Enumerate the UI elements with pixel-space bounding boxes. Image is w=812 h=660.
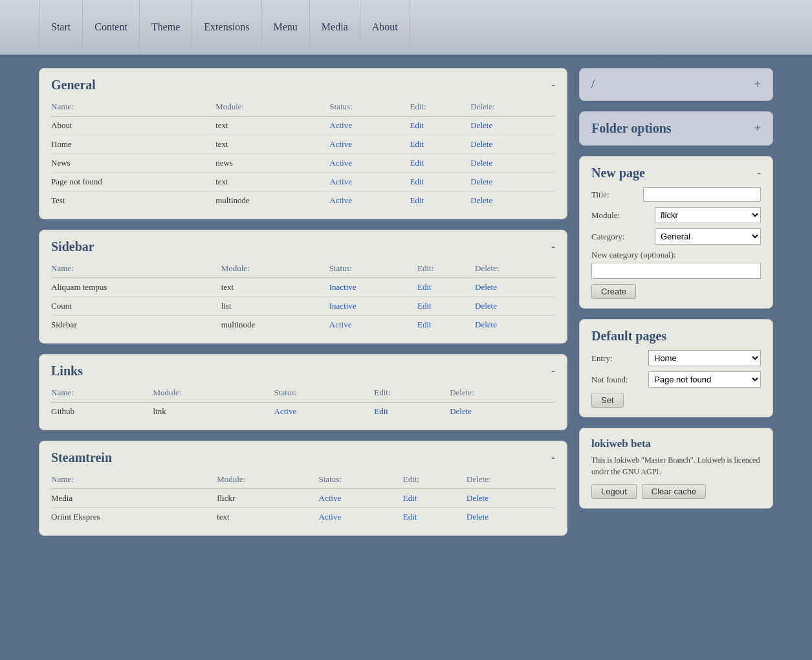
edit-link[interactable]: Edit xyxy=(403,512,417,522)
nav-extensions[interactable]: Extensions xyxy=(192,0,261,54)
beta-title: lokiweb beta xyxy=(591,437,761,450)
row-edit[interactable]: Edit xyxy=(417,316,475,335)
row-delete[interactable]: Delete xyxy=(475,278,555,297)
row-edit[interactable]: Edit xyxy=(410,154,470,173)
sidebar-table: Name: Module: Status: Edit: Delete: Aliq… xyxy=(51,261,555,334)
delete-link[interactable]: Delete xyxy=(470,195,492,205)
clear-cache-button[interactable]: Clear cache xyxy=(642,484,706,499)
new-page-toggle[interactable]: - xyxy=(757,166,761,180)
entry-row: Entry: Home About News Page not found Te… xyxy=(591,350,761,366)
nav-content[interactable]: Content xyxy=(83,0,140,54)
row-status: Active xyxy=(274,402,375,421)
row-delete[interactable]: Delete xyxy=(470,192,555,210)
title-label: Title: xyxy=(591,190,638,200)
not-found-label: Not found: xyxy=(591,375,643,385)
row-edit[interactable]: Edit xyxy=(417,278,475,297)
row-status: Inactive xyxy=(329,278,417,297)
delete-link[interactable]: Delete xyxy=(450,406,472,416)
folder-options-toggle[interactable]: + xyxy=(754,122,761,135)
delete-link[interactable]: Delete xyxy=(475,320,497,329)
steamtrein-col-status: Status: xyxy=(319,472,403,489)
edit-link[interactable]: Edit xyxy=(410,177,424,186)
row-name: Home xyxy=(51,135,215,154)
create-button[interactable]: Create xyxy=(591,284,636,299)
title-row: Title: xyxy=(591,187,761,202)
delete-link[interactable]: Delete xyxy=(470,139,492,149)
row-status: Active xyxy=(329,135,410,154)
links-col-module: Module: xyxy=(153,385,274,402)
links-table: Name: Module: Status: Edit: Delete: Gith… xyxy=(51,385,555,421)
edit-link[interactable]: Edit xyxy=(403,493,417,503)
edit-link[interactable]: Edit xyxy=(374,406,388,416)
row-status: Inactive xyxy=(329,297,417,316)
module-select[interactable]: flickr text news link list multinode xyxy=(655,207,761,223)
logout-button[interactable]: Logout xyxy=(591,484,637,499)
row-delete[interactable]: Delete xyxy=(470,154,555,173)
delete-link[interactable]: Delete xyxy=(466,512,488,522)
edit-link[interactable]: Edit xyxy=(410,120,424,130)
delete-link[interactable]: Delete xyxy=(475,282,497,292)
module-row: Module: flickr text news link list multi… xyxy=(591,207,761,223)
steamtrein-panel-toggle[interactable]: - xyxy=(551,451,555,465)
row-status: Active xyxy=(319,508,403,527)
row-edit[interactable]: Edit xyxy=(410,135,470,154)
delete-link[interactable]: Delete xyxy=(470,177,492,186)
delete-link[interactable]: Delete xyxy=(475,301,497,311)
links-col-name: Name: xyxy=(51,385,153,402)
row-name: Test xyxy=(51,192,215,210)
row-delete[interactable]: Delete xyxy=(470,135,555,154)
new-category-input[interactable] xyxy=(591,263,761,279)
row-delete[interactable]: Delete xyxy=(450,402,555,421)
default-pages-header: Default pages xyxy=(591,329,761,344)
row-edit[interactable]: Edit xyxy=(417,297,475,316)
delete-link[interactable]: Delete xyxy=(470,158,492,168)
table-row: News news Active Edit Delete xyxy=(51,154,555,173)
nav-media[interactable]: Media xyxy=(310,0,360,54)
edit-link[interactable]: Edit xyxy=(410,195,424,205)
edit-link[interactable]: Edit xyxy=(417,282,432,292)
row-edit[interactable]: Edit xyxy=(403,508,466,527)
row-delete[interactable]: Delete xyxy=(466,489,555,508)
new-page-header: New page - xyxy=(591,166,761,181)
set-button[interactable]: Set xyxy=(591,393,624,408)
new-category-label: New category (optional): xyxy=(591,250,761,260)
row-delete[interactable]: Delete xyxy=(466,508,555,527)
table-row: Github link Active Edit Delete xyxy=(51,402,555,421)
sidebar-col-module: Module: xyxy=(221,261,329,278)
links-panel-header: Links - xyxy=(51,364,555,379)
row-edit[interactable]: Edit xyxy=(410,173,470,192)
row-delete[interactable]: Delete xyxy=(475,316,555,335)
entry-select[interactable]: Home About News Page not found Test xyxy=(648,350,761,366)
general-panel-toggle[interactable]: - xyxy=(551,78,555,92)
table-row: Test multinode Active Edit Delete xyxy=(51,192,555,210)
category-select[interactable]: General Sidebar Links Steamtrein xyxy=(655,228,761,245)
row-edit[interactable]: Edit xyxy=(410,116,470,135)
delete-link[interactable]: Delete xyxy=(470,120,492,130)
nav-start[interactable]: Start xyxy=(39,0,83,54)
row-edit[interactable]: Edit xyxy=(374,402,450,421)
nav-about[interactable]: About xyxy=(360,0,410,54)
links-panel-toggle[interactable]: - xyxy=(551,364,555,378)
row-delete[interactable]: Delete xyxy=(470,116,555,135)
row-name: Aliquam tempus xyxy=(51,278,221,297)
row-edit[interactable]: Edit xyxy=(410,192,470,210)
row-delete[interactable]: Delete xyxy=(475,297,555,316)
links-col-status: Status: xyxy=(274,385,375,402)
nav-menu[interactable]: Menu xyxy=(262,0,310,54)
links-panel-title: Links xyxy=(51,364,83,379)
beta-actions: Logout Clear cache xyxy=(591,484,761,499)
main-content: General - Name: Module: Status: Edit: De… xyxy=(0,55,812,549)
title-input[interactable] xyxy=(643,187,761,202)
path-panel-toggle[interactable]: + xyxy=(754,78,761,91)
sidebar-panel-toggle[interactable]: - xyxy=(551,240,555,254)
not-found-select[interactable]: Home About News Page not found Test xyxy=(648,371,761,388)
edit-link[interactable]: Edit xyxy=(417,320,432,329)
nav-theme[interactable]: Theme xyxy=(140,0,192,54)
row-delete[interactable]: Delete xyxy=(470,173,555,192)
general-panel-title: General xyxy=(51,78,96,93)
edit-link[interactable]: Edit xyxy=(410,158,424,168)
edit-link[interactable]: Edit xyxy=(417,301,432,311)
edit-link[interactable]: Edit xyxy=(410,139,424,149)
row-edit[interactable]: Edit xyxy=(403,489,466,508)
delete-link[interactable]: Delete xyxy=(466,493,488,503)
